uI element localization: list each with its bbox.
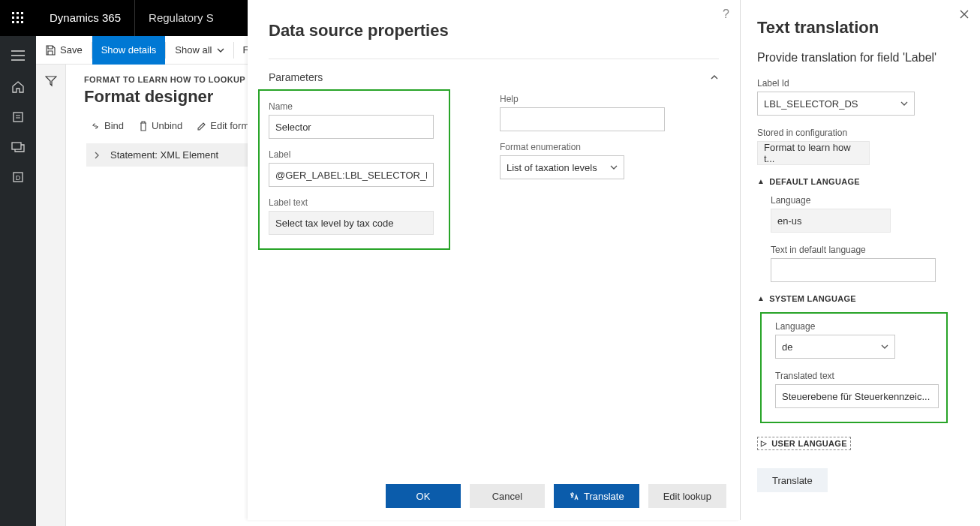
save-icon	[45, 45, 56, 56]
svg-rect-8	[21, 21, 23, 23]
translation-subtitle: Provide translation for field 'Label'	[757, 51, 963, 65]
label-id-field: Label Id LBL_SELECTOR_DS	[757, 78, 963, 116]
dialog-footer: OK Cancel Translate Edit lookup	[248, 472, 740, 520]
label-id-value: LBL_SELECTOR_DS	[764, 98, 858, 110]
unbind-label: Unbind	[152, 120, 182, 131]
translated-text-input[interactable]	[775, 384, 939, 408]
svg-rect-12	[14, 113, 23, 122]
label-field: Label	[269, 149, 440, 187]
save-label: Save	[60, 44, 83, 56]
svg-rect-0	[12, 12, 14, 14]
stored-config-field: Stored in configuration Format to learn …	[757, 128, 963, 165]
translate-button[interactable]: Translate	[554, 484, 639, 508]
bind-label: Bind	[104, 120, 124, 131]
system-language-field: Language de	[775, 321, 937, 359]
show-all-label: Show all	[175, 44, 212, 56]
workspace-icon[interactable]	[0, 134, 36, 161]
edit-formula-button[interactable]: Edit form	[191, 117, 255, 134]
svg-rect-15	[12, 143, 21, 149]
ok-button[interactable]: OK	[386, 484, 461, 508]
format-enumeration-field: Format enumeration List of taxation leve…	[500, 142, 696, 179]
chevron-down-icon	[217, 48, 224, 53]
system-language-group[interactable]: ▲ SYSTEM LANGUAGE	[757, 294, 963, 303]
edit-formula-label: Edit form	[210, 120, 249, 131]
default-language-value[interactable]: en-us	[771, 209, 891, 233]
highlighted-parameter-group: Name Label Label text Select tax level b…	[258, 89, 450, 250]
recent-icon[interactable]	[0, 104, 36, 131]
trash-icon	[139, 121, 148, 131]
bind-button[interactable]: Bind	[84, 117, 130, 134]
system-language-heading: SYSTEM LANGUAGE	[769, 294, 856, 303]
highlighted-system-language-block: Language de Translated text	[760, 312, 948, 423]
label-label: Label	[269, 149, 440, 160]
label-input[interactable]	[269, 163, 434, 187]
label-text-label: Label text	[269, 197, 440, 208]
close-icon[interactable]	[959, 9, 969, 20]
format-enumeration-label: Format enumeration	[500, 142, 696, 152]
default-language-label: Language	[771, 195, 963, 206]
left-nav-rail: D	[0, 36, 36, 526]
data-source-properties-dialog: ? Data source properties Parameters Name…	[248, 0, 740, 520]
default-text-input[interactable]	[771, 258, 936, 282]
system-language-value: de	[782, 341, 792, 353]
parameters-label: Parameters	[269, 71, 323, 83]
translation-title: Text translation	[757, 18, 963, 38]
caret-right-icon: ▷	[761, 439, 767, 447]
show-all-button[interactable]: Show all	[166, 36, 233, 65]
help-input[interactable]	[500, 107, 665, 131]
help-field: Help	[500, 94, 696, 131]
stored-config-value: Format to learn how t...	[757, 141, 870, 165]
default-language-field: Language en-us	[771, 195, 963, 233]
chevron-up-icon	[710, 74, 719, 80]
name-input[interactable]	[269, 115, 434, 139]
show-details-button[interactable]: Show details	[92, 36, 166, 65]
translated-text-field: Translated text	[775, 371, 937, 408]
app-launcher-icon[interactable]	[0, 0, 36, 36]
system-language-label: Language	[775, 321, 937, 332]
caret-down-icon: ▲	[757, 177, 765, 185]
system-language-select[interactable]: de	[775, 335, 895, 359]
divider	[269, 59, 719, 59]
chevron-down-icon	[900, 101, 908, 106]
save-button[interactable]: Save	[36, 36, 92, 65]
label-id-label: Label Id	[757, 78, 963, 89]
tree-item-label: Statement: XML Element	[110, 149, 218, 161]
chevron-down-icon	[610, 165, 618, 170]
translate-icon	[569, 491, 579, 501]
name-label: Name	[269, 101, 440, 112]
default-text-label: Text in default language	[771, 245, 963, 255]
hamburger-icon[interactable]	[0, 41, 36, 71]
label-id-select[interactable]: LBL_SELECTOR_DS	[757, 92, 915, 116]
show-details-label: Show details	[101, 44, 157, 56]
edit-lookup-button[interactable]: Edit lookup	[648, 484, 726, 508]
svg-text:D: D	[16, 174, 21, 182]
chevron-down-icon	[881, 344, 888, 349]
stored-config-label: Stored in configuration	[757, 128, 963, 138]
home-icon[interactable]	[0, 74, 36, 101]
translate-label: Translate	[584, 491, 624, 502]
filter-icon[interactable]	[36, 66, 66, 96]
svg-rect-4	[17, 17, 19, 19]
user-language-group[interactable]: ▷ USER LANGUAGE	[757, 437, 851, 450]
svg-rect-3	[12, 17, 14, 19]
format-enumeration-select[interactable]: List of taxation levels	[500, 155, 624, 179]
unbind-button[interactable]: Unbind	[133, 117, 188, 134]
default-language-heading: DEFAULT LANGUAGE	[769, 177, 860, 186]
user-language-heading: USER LANGUAGE	[771, 439, 846, 448]
chevron-right-icon	[94, 152, 104, 159]
dialog-title: Data source properties	[269, 21, 719, 41]
label-text-field: Label text Select tax level by tax code	[269, 197, 440, 235]
default-language-group[interactable]: ▲ DEFAULT LANGUAGE	[757, 177, 963, 186]
svg-rect-5	[21, 17, 23, 19]
filter-rail	[36, 36, 66, 526]
module-icon[interactable]: D	[0, 164, 36, 191]
cancel-button[interactable]: Cancel	[470, 484, 545, 508]
help-icon[interactable]: ?	[723, 8, 729, 21]
translate-panel-button[interactable]: Translate	[757, 468, 828, 492]
svg-rect-2	[21, 12, 23, 14]
svg-rect-1	[17, 12, 19, 14]
caret-down-icon: ▲	[757, 294, 765, 302]
translated-text-label: Translated text	[775, 371, 937, 381]
format-enumeration-value: List of taxation levels	[507, 162, 597, 173]
svg-rect-6	[12, 21, 14, 23]
